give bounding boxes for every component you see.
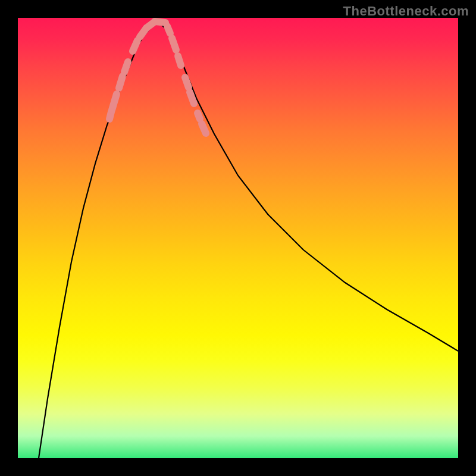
annotation-segment xyxy=(124,62,128,72)
annotation-segment xyxy=(178,56,181,65)
annotation-segment xyxy=(112,94,117,110)
annotation-segment xyxy=(185,77,189,87)
annotation-segment xyxy=(190,92,194,104)
right-curve xyxy=(158,21,458,351)
chart-container: TheBottleneck.com xyxy=(0,0,476,476)
curve-group xyxy=(39,21,458,458)
curves-svg xyxy=(18,18,458,458)
annotation-segment xyxy=(198,113,200,119)
annotation-segment xyxy=(167,26,170,33)
watermark-text: TheBottleneck.com xyxy=(343,4,469,19)
annotation-segment xyxy=(119,76,123,88)
left-curve xyxy=(39,21,158,458)
annotation-segment xyxy=(155,21,165,23)
annotation-segment xyxy=(172,38,176,50)
annotation-segment xyxy=(202,124,206,133)
annotation-segment xyxy=(133,40,137,51)
plot-area xyxy=(18,18,458,458)
pink-annotations xyxy=(109,21,206,133)
